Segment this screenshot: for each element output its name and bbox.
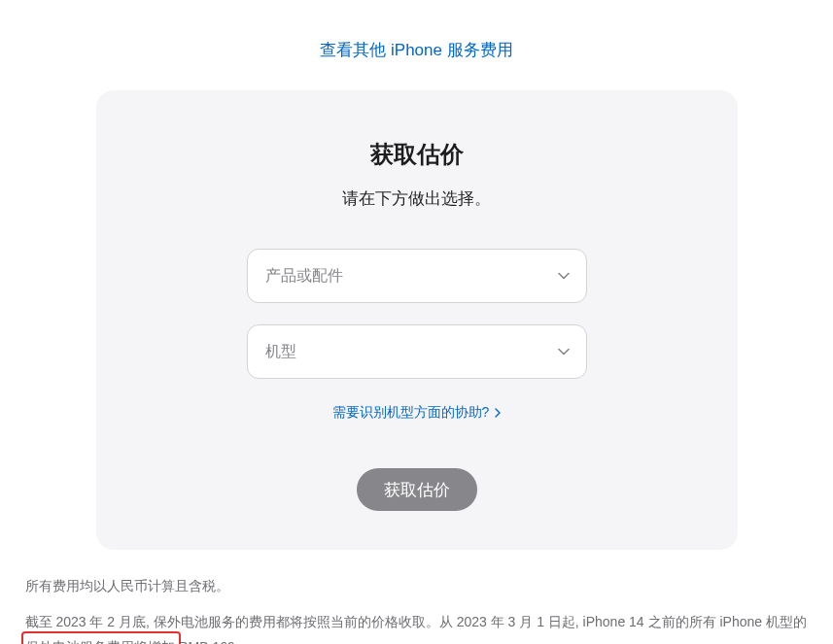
- estimate-card: 获取估价 请在下方做出选择。 产品或配件 机型 需要识别机型方面的协助? 获取估…: [96, 90, 738, 550]
- card-title: 获取估价: [135, 139, 699, 170]
- footnote-price-change: 截至 2023 年 2 月底, 保外电池服务的费用都将按照当前的价格收取。从 2…: [25, 609, 809, 644]
- product-select[interactable]: 产品或配件: [247, 249, 587, 303]
- help-identify-model-link[interactable]: 需要识别机型方面的协助?: [332, 404, 502, 422]
- product-select-wrap: 产品或配件: [247, 249, 587, 303]
- footnote-tax: 所有费用均以人民币计算且含税。: [25, 573, 809, 599]
- product-select-placeholder: 产品或配件: [265, 266, 343, 287]
- model-select-placeholder: 机型: [265, 342, 296, 362]
- submit-row: 获取估价: [135, 468, 699, 511]
- get-estimate-button[interactable]: 获取估价: [357, 468, 477, 511]
- card-subtitle: 请在下方做出选择。: [135, 187, 699, 210]
- footnotes: 所有费用均以人民币计算且含税。 截至 2023 年 2 月底, 保外电池服务的费…: [14, 573, 820, 644]
- other-services-link[interactable]: 查看其他 iPhone 服务费用: [320, 41, 512, 59]
- model-select-wrap: 机型: [247, 324, 587, 379]
- help-link-label: 需要识别机型方面的协助?: [332, 404, 490, 422]
- chevron-right-icon: [495, 408, 501, 418]
- model-select[interactable]: 机型: [247, 324, 587, 379]
- top-link-container: 查看其他 iPhone 服务费用: [0, 0, 833, 90]
